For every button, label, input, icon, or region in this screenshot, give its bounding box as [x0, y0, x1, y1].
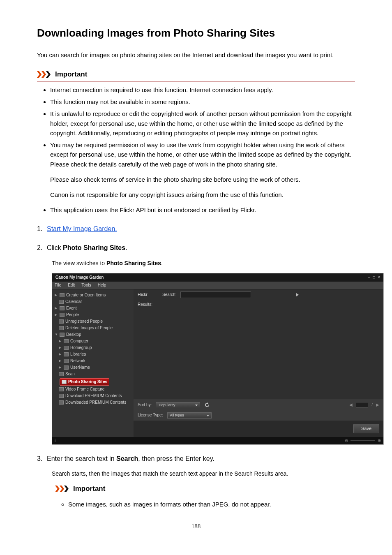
pager-prev-icon[interactable]: ◀ — [349, 402, 353, 407]
sidebar-item-username[interactable]: ▶UserName — [54, 364, 132, 371]
important-banner: Important — [37, 69, 355, 82]
pager-sep: / — [371, 402, 373, 407]
page-title: Downloading Images from Photo Sharing Si… — [37, 25, 355, 41]
window-minimize-icon[interactable]: – — [368, 275, 371, 280]
results-label: Results: — [138, 302, 158, 307]
nested-important-list: Some images, such as images in formats o… — [47, 500, 355, 509]
license-select[interactable]: All types — [167, 412, 212, 419]
sidebar-item-download-premium[interactable]: Download PREMIUM Contents — [54, 393, 132, 399]
sortby-select[interactable]: Popularity — [156, 402, 200, 408]
sidebar-item-unregistered[interactable]: Unregistered People — [54, 318, 132, 325]
step-3: Enter the search text in Search, then pr… — [37, 454, 355, 509]
sidebar-item-event[interactable]: ▶Event — [54, 305, 132, 312]
step-1: Start My Image Garden. — [37, 224, 355, 234]
important-item: This application uses the Flickr API but… — [50, 205, 355, 215]
pager-current-input[interactable] — [356, 402, 368, 408]
important-list: Internet connection is required to use t… — [37, 85, 355, 215]
menu-help[interactable]: Help — [98, 283, 106, 288]
menu-file[interactable]: File — [55, 283, 61, 288]
sidebar-item-people[interactable]: ▶People — [54, 312, 132, 318]
app-screenshot: Canon My Image Garden – □ × File Edit To… — [52, 273, 384, 445]
pager-next-icon[interactable]: ▶ — [376, 402, 379, 407]
page-number: 188 — [37, 522, 355, 531]
window-maximize-icon[interactable]: □ — [373, 275, 375, 280]
step3-prefix: Enter the search text in — [47, 455, 116, 462]
zoom-slider[interactable] — [350, 440, 375, 441]
important-item: Internet connection is required to use t… — [50, 85, 355, 95]
important-subnote: Canon is not responsible for any copyrig… — [50, 190, 355, 199]
app-mainpane: Flickr Search: Results: Sort by: Popular… — [134, 289, 383, 437]
svg-marker-3 — [55, 486, 60, 492]
svg-marker-2 — [46, 71, 51, 78]
important-item: This function may not be available in so… — [50, 97, 355, 106]
sidebar-item-libraries[interactable]: ▶Libraries — [54, 351, 132, 358]
app-sidebar: ▶Create or Open Items Calendar ▶Event ▶P… — [52, 289, 134, 437]
service-label: Flickr — [138, 292, 158, 297]
sortby-label: Sort by: — [138, 402, 152, 407]
important-subnote: Please also check terms of service in th… — [50, 175, 355, 184]
app-titlebar: Canon My Image Garden – □ × — [52, 273, 383, 282]
pager: ◀ / ▶ — [349, 402, 379, 408]
search-go-icon[interactable] — [296, 293, 299, 296]
step2-sub-prefix: The view switches to — [52, 260, 106, 266]
sidebar-item-scan[interactable]: Scan — [54, 371, 132, 377]
app-title: Canon My Image Garden — [55, 275, 104, 280]
chevrons-icon — [55, 486, 69, 492]
license-label: License Type: — [138, 413, 163, 418]
sidebar-item-video-frame-capture[interactable]: Video Frame Capture — [54, 386, 132, 393]
start-link[interactable]: Start My Image Garden. — [47, 225, 117, 232]
sidebar-item-computer[interactable]: ▶Computer — [54, 338, 132, 345]
important-label: Important — [55, 69, 87, 80]
step-2: Click Photo Sharing Sites. The view swit… — [37, 243, 355, 444]
zoom-out-icon[interactable]: ⊖ — [345, 438, 348, 443]
window-close-icon[interactable]: × — [378, 275, 380, 280]
important-item: You may be required permission of way to… — [50, 140, 355, 199]
important-item-text: You may be required permission of way to… — [50, 141, 351, 168]
refresh-icon[interactable] — [204, 402, 210, 408]
menu-tools[interactable]: Tools — [81, 283, 91, 288]
menu-edit[interactable]: Edit — [68, 283, 75, 288]
important-item: It is unlawful to reproduce or edit the … — [50, 109, 355, 138]
save-button[interactable]: Save — [353, 424, 379, 433]
app-statusbar: i ⊖ ⊕ — [52, 437, 383, 444]
nested-important-banner: Important — [55, 483, 355, 496]
step2-prefix: Click — [47, 244, 63, 251]
app-menubar: File Edit Tools Help — [52, 282, 383, 289]
search-input[interactable] — [180, 291, 251, 298]
step3-suffix: , then press the Enter key. — [138, 455, 214, 462]
svg-marker-4 — [60, 486, 64, 492]
nested-important-item: Some images, such as images in formats o… — [68, 500, 355, 509]
svg-marker-1 — [42, 71, 46, 78]
sidebar-item-downloaded-premium[interactable]: Downloaded PREMIUM Contents — [54, 399, 132, 406]
important-label: Important — [73, 483, 105, 494]
intro-paragraph: You can search for images on photo shari… — [37, 50, 355, 60]
sidebar-item-photo-sharing-sites[interactable]: Photo Sharing Sites — [60, 378, 109, 386]
svg-marker-5 — [64, 486, 69, 492]
sidebar-item-desktop[interactable]: ▼Desktop — [54, 331, 132, 338]
chevrons-icon — [37, 71, 51, 78]
step2-sub-bold: Photo Sharing Sites — [106, 260, 161, 266]
status-info-icon: i — [55, 438, 55, 443]
search-label: Search: — [162, 292, 176, 297]
sidebar-item-homegroup[interactable]: ▶Homegroup — [54, 345, 132, 351]
sidebar-item-deleted[interactable]: Deleted Images of People — [54, 325, 132, 331]
svg-marker-0 — [37, 71, 42, 78]
zoom-in-icon[interactable]: ⊕ — [378, 438, 381, 443]
step2-bold: Photo Sharing Sites — [63, 244, 125, 251]
step2-suffix: . — [125, 244, 127, 251]
step3-sub: Search starts, then the images that matc… — [52, 469, 355, 479]
results-area — [134, 309, 383, 400]
sidebar-item-network[interactable]: ▶Network — [54, 358, 132, 364]
step2-sub-suffix: . — [161, 260, 163, 266]
step3-bold: Search — [116, 455, 138, 462]
sidebar-item-calendar[interactable]: Calendar — [54, 298, 132, 305]
sidebar-item-create[interactable]: ▶Create or Open Items — [54, 292, 132, 298]
